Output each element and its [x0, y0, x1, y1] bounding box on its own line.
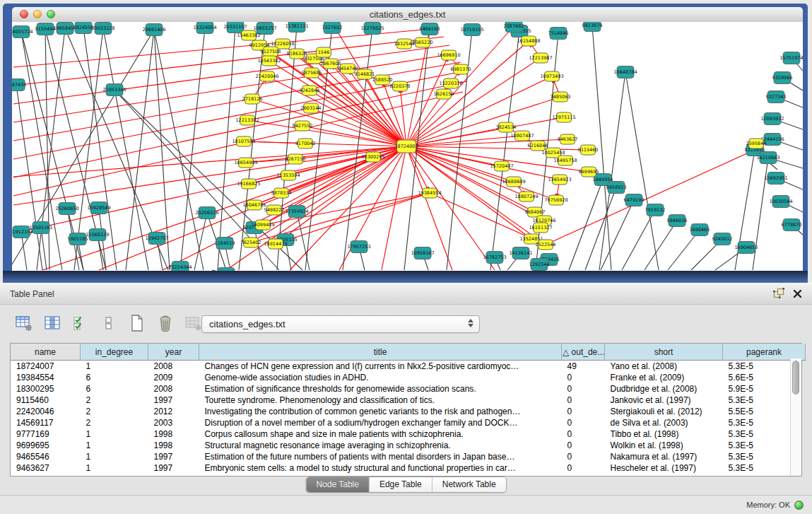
graph-node[interactable]: 13505161	[29, 222, 52, 234]
table-cell[interactable]: Estimation of significance thresholds fo…	[199, 383, 562, 395]
graph-node[interactable]: 11381111	[285, 22, 308, 33]
graph-node[interactable]: 8267150	[286, 154, 306, 164]
table-cell[interactable]: 2012	[148, 406, 199, 417]
table-cell[interactable]: 1998	[148, 440, 199, 451]
graph-node[interactable]: 9463627	[558, 134, 578, 144]
table-cell[interactable]: 2009	[148, 372, 199, 383]
graph-node[interactable]: 1546	[317, 47, 331, 57]
graph-node[interactable]: 9170042	[295, 139, 316, 148]
graph-node[interactable]: 6778870	[782, 219, 802, 231]
graph-node[interactable]: 6981370	[451, 64, 471, 74]
graph-node[interactable]: 12213382	[235, 115, 259, 125]
column-header-short[interactable]: short	[605, 344, 723, 361]
graph-node[interactable]: 12942757	[145, 233, 168, 245]
table-cell[interactable]: 1997	[148, 462, 199, 474]
table-scrollbar-thumb[interactable]	[792, 361, 799, 395]
graph-node[interactable]: 20033128	[91, 23, 114, 35]
close-panel-icon[interactable]	[793, 288, 802, 301]
graph-node[interactable]: 1527602	[322, 22, 343, 34]
graph-node[interactable]: 20691406	[142, 24, 165, 36]
table-settings-icon[interactable]	[14, 314, 33, 332]
table-cell[interactable]: 2	[81, 417, 148, 428]
graph-node[interactable]: 15692951	[764, 173, 787, 185]
table-cell[interactable]: 9777169	[11, 428, 81, 440]
graph-node[interactable]: 10107553	[232, 136, 255, 146]
graph-node[interactable]: 1626154	[434, 89, 454, 99]
graph-node[interactable]: 16782753	[483, 252, 506, 264]
table-cell[interactable]: 9115460	[11, 395, 81, 406]
graph-node[interactable]: 10654985	[234, 158, 257, 168]
graph-node[interactable]: 20206526	[195, 207, 218, 219]
table-cell[interactable]: 0	[562, 428, 605, 440]
import-table-icon[interactable]	[184, 314, 203, 332]
table-cell[interactable]: Structural magnetic resonance image aver…	[199, 440, 562, 451]
graph-node[interactable]: 12975115	[552, 112, 575, 122]
graph-node[interactable]: 7625402	[241, 238, 261, 247]
table-cell[interactable]: 49	[562, 361, 605, 373]
graph-node[interactable]: 3824534	[496, 122, 517, 132]
network-graph[interactable]: 2405572491554941965845488245562003312820…	[12, 22, 803, 271]
graph-node[interactable]: 2522544	[536, 240, 556, 250]
graph-node[interactable]: 2603144	[301, 103, 322, 113]
table-cell[interactable]: 18724007	[11, 361, 81, 373]
delete-table-icon[interactable]	[155, 314, 175, 332]
table-cell[interactable]: Embryonic stem cells: a model to study s…	[199, 462, 562, 474]
graph-node[interactable]: 16696910	[437, 50, 460, 60]
table-cell[interactable]: Hescheler et al. (1997)	[605, 462, 723, 474]
table-cell[interactable]: Changes of HCN gene expression and I(f) …	[199, 361, 562, 373]
table-row[interactable]: 969969511998Structural magnetic resonanc…	[11, 440, 806, 451]
graph-node[interactable]: 15276025	[360, 23, 384, 35]
table-cell[interactable]: 2008	[148, 361, 199, 373]
graph-node[interactable]: 17957253	[347, 241, 370, 253]
column-header-title[interactable]: title	[199, 344, 562, 361]
graph-node[interactable]: 1164519	[215, 238, 235, 250]
graph-node[interactable]: 21053346	[102, 84, 126, 96]
table-row[interactable]: 1830029562008Estimation of significance …	[11, 383, 806, 395]
graph-node[interactable]: 1832544	[394, 39, 415, 49]
graph-node[interactable]: 16648784	[613, 66, 637, 78]
float-window-icon[interactable]	[773, 288, 784, 301]
graph-node[interactable]: 5878334	[271, 188, 292, 198]
graph-node[interactable]: 9242844	[300, 86, 320, 95]
graph-node[interactable]: 10688609	[502, 177, 525, 187]
graph-node[interactable]: 8813074	[582, 22, 603, 32]
graph-node[interactable]: 1595844	[746, 139, 767, 148]
table-cell[interactable]: 0	[562, 383, 605, 395]
graph-node[interactable]: 10958167	[411, 247, 434, 259]
graph-node[interactable]: 14136141	[509, 247, 532, 259]
new-table-icon[interactable]	[127, 314, 146, 332]
graph-node[interactable]: 5498222	[264, 205, 285, 215]
table-row[interactable]: 1938455462009Genome-wide association stu…	[11, 372, 806, 383]
table-cell[interactable]: Genome-wide association studies in ADHD.	[199, 372, 562, 383]
table-cell[interactable]: Stergiakouli et al. (2012)	[605, 406, 723, 417]
graph-node[interactable]: 22420046	[255, 71, 278, 81]
graph-node[interactable]: 6216044	[528, 141, 548, 151]
row-height-icon[interactable]	[99, 314, 118, 332]
table-row[interactable]: 1456911722003Disruption of a novel membe…	[11, 417, 806, 428]
table-cell[interactable]: Yano et al. (2008)	[605, 361, 723, 373]
graph-node[interactable]: 7919132	[645, 204, 666, 216]
table-row[interactable]: 977716911998Corpus callosum shape and si…	[11, 428, 806, 440]
graph-node[interactable]: 15928549	[87, 202, 110, 214]
network-canvas[interactable]: 2405572491554941965845488245562003312820…	[12, 22, 803, 271]
graph-node[interactable]: 10030544	[769, 196, 792, 208]
table-row[interactable]: 1872400712008Changes of HCN gene express…	[11, 361, 806, 373]
table-cell[interactable]: 2003	[148, 417, 199, 428]
table-cell[interactable]: 0	[562, 395, 605, 406]
table-select-dropdown[interactable]: citations_edges.txt	[201, 315, 480, 333]
table-cell[interactable]: 0	[562, 440, 605, 451]
table-cell[interactable]: 9463627	[11, 462, 81, 474]
graph-node[interactable]: 19166825	[237, 179, 260, 189]
graph-node[interactable]: 9329966	[772, 72, 793, 84]
table-cell[interactable]: Nakamura et al. (1997)	[605, 451, 723, 462]
table-cell[interactable]: Tourette syndrome. Phenomenology and cla…	[199, 395, 562, 406]
memory-status-indicator[interactable]	[794, 501, 804, 510]
table-cell[interactable]: 0	[562, 406, 605, 417]
graph-node[interactable]: 25260650	[55, 203, 78, 215]
table-cell[interactable]: 1997	[148, 451, 199, 462]
graph-node[interactable]: 13654923	[548, 175, 571, 185]
graph-node[interactable]: 9565220	[413, 37, 433, 47]
graph-node[interactable]: 8427552	[293, 121, 313, 131]
tab-node-table[interactable]: Node Table	[306, 477, 370, 492]
table-cell[interactable]: 1	[81, 451, 148, 462]
